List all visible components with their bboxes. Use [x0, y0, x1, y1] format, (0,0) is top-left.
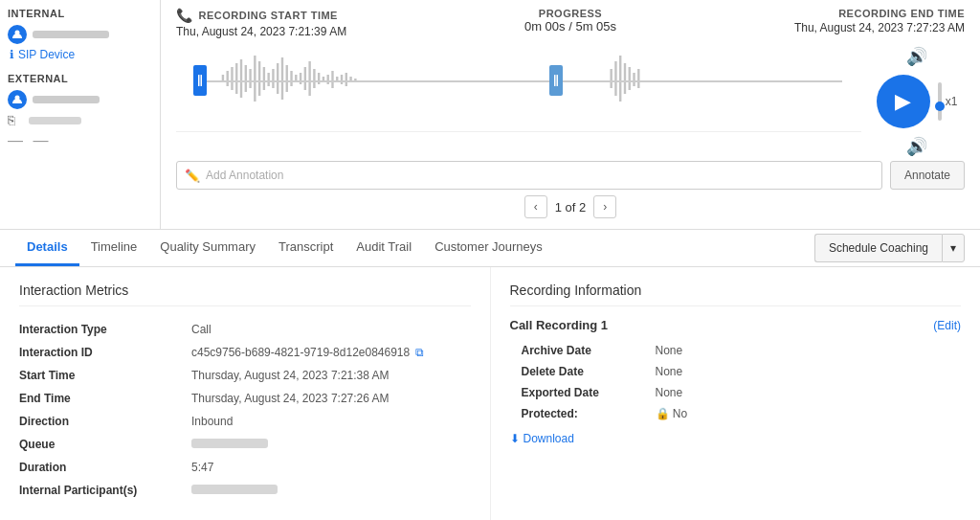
metrics-row-start: Start Time Thursday, August 24, 2023 7:2…: [19, 364, 471, 387]
metrics-key-direction: Direction: [19, 415, 191, 428]
internal-avatar: [8, 25, 27, 44]
svg-rect-21: [290, 71, 292, 86]
tab-transcript[interactable]: Transcript: [267, 230, 345, 266]
slider-track: [938, 82, 942, 121]
playhead-left[interactable]: [193, 65, 207, 96]
metrics-val-internal-participants: [191, 485, 278, 494]
svg-rect-2: [198, 75, 200, 86]
phone-icon: 📞: [176, 8, 193, 23]
svg-rect-32: [341, 75, 343, 84]
dots: — —: [8, 132, 51, 149]
rec-info-row-delete: Delete Date None: [510, 361, 962, 382]
svg-rect-39: [624, 63, 626, 94]
metrics-key-start: Start Time: [19, 369, 191, 382]
recording-progress-col: PROGRESS 0m 00s / 5m 05s: [439, 8, 702, 34]
svg-rect-36: [610, 69, 612, 88]
slider-thumb: [935, 102, 945, 111]
metrics-val-id: c45c9756-b689-4821-9719-8d12e0846918 ⧉: [191, 346, 424, 359]
schedule-coaching-button[interactable]: Schedule Coaching: [814, 234, 942, 262]
recording-start-col: 📞 RECORDING START TIME Thu, August 24, 2…: [176, 8, 439, 38]
external-label: EXTERNAL: [8, 73, 152, 84]
svg-rect-10: [240, 59, 242, 98]
speed-slider[interactable]: [938, 82, 942, 121]
waveform-container: [176, 46, 861, 132]
svg-rect-29: [327, 75, 329, 84]
metrics-row-end: End Time Thursday, August 24, 2023 7:27:…: [19, 387, 471, 410]
metrics-row-queue: Queue: [19, 433, 471, 456]
svg-rect-40: [629, 67, 631, 90]
metrics-key-queue: Queue: [19, 438, 191, 451]
external-section: EXTERNAL ⎘ — —: [8, 73, 152, 149]
internal-section: INTERNAL ℹ SIP Device: [8, 8, 152, 61]
svg-rect-13: [254, 56, 256, 102]
svg-rect-26: [313, 69, 315, 88]
prev-page-button[interactable]: ‹: [524, 195, 547, 218]
download-link[interactable]: ⬇ Download: [510, 432, 962, 445]
svg-rect-8: [231, 67, 233, 90]
volume-down-icon[interactable]: 🔊: [906, 136, 927, 157]
recording-header: 📞 RECORDING START TIME Thu, August 24, 2…: [176, 8, 965, 38]
tab-timeline[interactable]: Timeline: [79, 230, 149, 266]
external-bar-2: [29, 117, 81, 124]
svg-rect-3: [201, 75, 203, 86]
svg-rect-18: [277, 63, 278, 94]
rec-info-row-archive: Archive Date None: [510, 340, 962, 361]
pagination-row: ‹ 1 of 2 ›: [176, 195, 965, 218]
metrics-val-start: Thursday, August 24, 2023 7:21:38 AM: [191, 369, 390, 382]
next-page-button[interactable]: ›: [593, 195, 616, 218]
recording-info-header: Call Recording 1 (Edit): [510, 318, 962, 332]
metrics-key-end: End Time: [19, 392, 191, 405]
metrics-val-direction: Inbound: [191, 415, 233, 428]
info-icon: ℹ: [10, 48, 14, 61]
progress-value: 0m 00s / 5m 05s: [524, 19, 616, 34]
speed-control: x1: [938, 82, 958, 121]
annotation-input[interactable]: ✏️ Add Annotation: [176, 161, 882, 190]
metrics-row-id: Interaction ID c45c9756-b689-4821-9719-8…: [19, 341, 471, 364]
annotation-bar: ✏️ Add Annotation Annotate: [176, 161, 965, 190]
metrics-table: Interaction Type Call Interaction ID c45…: [19, 318, 471, 502]
metrics-val-end: Thursday, August 24, 2023 7:27:26 AM: [191, 392, 390, 405]
waveform-svg: [176, 46, 861, 113]
download-icon: ⬇: [510, 432, 520, 445]
left-panel: INTERNAL ℹ SIP Device EXTERNAL: [0, 0, 161, 229]
volume-up-icon[interactable]: 🔊: [906, 46, 927, 67]
metrics-row-duration: Duration 5:47: [19, 456, 471, 479]
external-name-bar: [33, 96, 100, 103]
interaction-metrics-section: Interaction Metrics Interaction Type Cal…: [0, 267, 491, 520]
play-button[interactable]: ▶: [877, 75, 930, 128]
metrics-row-internal-participants: Internal Participant(s): [19, 479, 471, 502]
metrics-row-type: Interaction Type Call: [19, 318, 471, 341]
tabs-bar: Details Timeline Quality Summary Transcr…: [0, 230, 980, 267]
metrics-row-direction: Direction Inbound: [19, 410, 471, 433]
rec-info-val-delete: None: [656, 365, 683, 378]
metrics-section-title: Interaction Metrics: [19, 283, 471, 306]
annotate-button[interactable]: Annotate: [890, 161, 965, 190]
metrics-key-type: Interaction Type: [19, 323, 191, 336]
track-line: [200, 80, 842, 82]
svg-rect-16: [267, 73, 269, 86]
copy-id-icon[interactable]: ⧉: [415, 346, 424, 359]
tab-audit-trail[interactable]: Audit Trail: [345, 230, 423, 266]
tab-customer-journeys[interactable]: Customer Journeys: [423, 230, 554, 266]
svg-rect-27: [318, 73, 320, 84]
recording-end-value: Thu, August 24, 2023 7:27:23 AM: [794, 21, 965, 34]
schedule-coaching-dropdown-button[interactable]: ▾: [942, 234, 965, 262]
rec-info-key-archive: Archive Date: [522, 344, 656, 357]
metrics-val-duration: 5:47: [191, 461, 213, 474]
playhead-right[interactable]: [549, 65, 563, 96]
queue-blurred: [191, 439, 268, 448]
speed-label: x1: [946, 95, 958, 108]
svg-rect-33: [345, 73, 347, 86]
main-panel: 📞 RECORDING START TIME Thu, August 24, 2…: [161, 0, 980, 229]
internal-name-bar: [33, 31, 109, 38]
rec-info-val-protected: 🔒 No: [656, 407, 688, 420]
tab-quality-summary[interactable]: Quality Summary: [148, 230, 267, 266]
edit-link[interactable]: (Edit): [933, 319, 961, 332]
svg-rect-12: [249, 69, 251, 88]
recording-end-title: RECORDING END TIME: [838, 8, 965, 19]
svg-rect-4: [554, 75, 556, 86]
recording-start-title: 📞 RECORDING START TIME: [176, 8, 439, 23]
recording-info-section: Recording Information Call Recording 1 (…: [491, 267, 981, 520]
tab-details[interactable]: Details: [15, 230, 79, 266]
sip-device-label: SIP Device: [18, 48, 75, 61]
